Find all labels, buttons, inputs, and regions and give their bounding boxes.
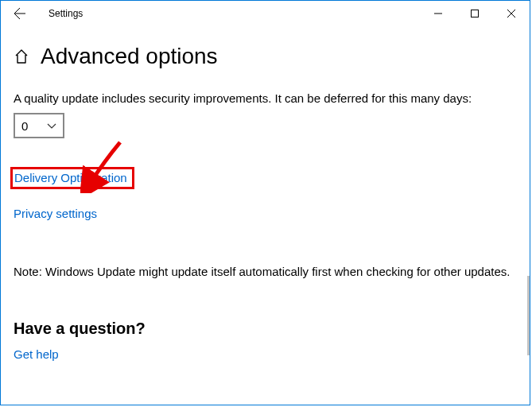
content-area: Advanced options A quality update includ… [1, 26, 530, 405]
privacy-settings-link[interactable]: Privacy settings [14, 207, 517, 220]
defer-days-select[interactable]: 0 [14, 113, 64, 138]
close-icon [507, 10, 515, 17]
page-title: Advanced options [41, 44, 218, 69]
have-a-question-heading: Have a question? [14, 320, 517, 338]
chevron-down-icon [47, 121, 56, 130]
scrollbar-thumb[interactable] [527, 276, 530, 355]
window-controls [420, 1, 530, 26]
defer-days-value: 0 [21, 119, 28, 133]
get-help-link[interactable]: Get help [14, 347, 59, 361]
annotation-highlight-box: Delivery Optimization [10, 167, 134, 189]
maximize-button[interactable] [456, 1, 493, 26]
close-button[interactable] [493, 1, 530, 26]
titlebar: Settings [1, 1, 530, 26]
titlebar-left: Settings [1, 1, 83, 26]
settings-window: Settings Advanced options A quality upda… [0, 0, 530, 405]
minimize-button[interactable] [420, 1, 456, 26]
delivery-optimization-link[interactable]: Delivery Optimization [14, 171, 127, 184]
update-note-text: Note: Windows Update might update itself… [14, 265, 517, 278]
svg-rect-0 [472, 10, 479, 17]
back-arrow-icon [14, 7, 26, 20]
back-button[interactable] [1, 1, 39, 26]
minimize-icon [434, 10, 442, 17]
heading-row: Advanced options [14, 44, 517, 69]
window-title: Settings [49, 8, 83, 19]
quality-update-description: A quality update includes security impro… [14, 91, 517, 105]
home-icon[interactable] [14, 48, 29, 64]
maximize-icon [471, 10, 479, 17]
